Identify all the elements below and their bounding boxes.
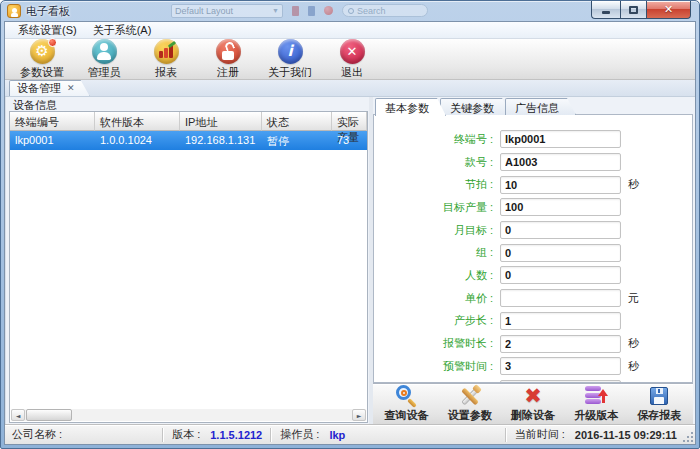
field-target-output: 目标产量 : (374, 196, 692, 219)
chevron-down-icon: ▼ (272, 5, 279, 17)
current-time-value: 2016-11-15 09:29:11 (575, 429, 677, 441)
close-button[interactable]: ✕ (647, 1, 691, 19)
toolbar-button-exit[interactable]: ✕ 退出 (321, 40, 383, 79)
status-separator (270, 428, 272, 442)
exit-x-icon: ✕ (340, 39, 365, 64)
col-terminal-id[interactable]: 终端编号 (10, 112, 95, 131)
set-params-button[interactable]: 设置参数 (439, 385, 501, 423)
tab-basic-params[interactable]: 基本参数 (375, 98, 446, 116)
unit-price-input[interactable] (500, 289, 621, 307)
field-group: 组 : (374, 241, 692, 264)
ghost-flag-icon (292, 6, 299, 16)
document-tab-strip: 设备管理 ✕ (5, 80, 695, 97)
field-unit-price: 单价 : 元 (374, 287, 692, 310)
version-value: 1.1.5.1212 (210, 429, 262, 441)
titlebar-ghost-overlay: Default Layout ▼ Search (171, 3, 428, 18)
col-software-version[interactable]: 软件版本 (95, 112, 180, 131)
device-info-panel: 设备信息 终端编号 软件版本 IP地址 状态 实际产量 lkp0001 1.0.… (5, 97, 369, 424)
minimize-icon (602, 11, 610, 14)
takt-time-input[interactable] (500, 176, 621, 194)
tab-label: 设备管理 (17, 81, 61, 96)
toolbar-button-admin[interactable]: 管理员 (73, 40, 135, 79)
tab-device-management[interactable]: 设备管理 ✕ (9, 80, 90, 96)
status-separator (505, 428, 507, 442)
field-style-number: 款号 : (374, 151, 692, 174)
main-area: 设备信息 终端编号 软件版本 IP地址 状态 实际产量 lkp0001 1.0.… (5, 97, 695, 424)
search-device-icon (395, 385, 419, 407)
ghost-layout-combo: Default Layout ▼ (171, 4, 283, 18)
status-separator (162, 428, 164, 442)
ghost-search-label: Search (357, 6, 386, 16)
warning-time-input[interactable] (500, 357, 621, 375)
toolbar-button-about-us[interactable]: i 关于我们 (259, 40, 321, 79)
monthly-target-input[interactable] (500, 221, 621, 239)
field-monthly-target: 月目标 : (374, 219, 692, 242)
current-time-label: 当前时间 : (515, 427, 565, 442)
tools-icon (458, 385, 482, 407)
person-icon (92, 39, 117, 64)
tab-close-icon[interactable]: ✕ (67, 84, 75, 93)
company-name-label: 公司名称 : (12, 427, 62, 442)
menu-about-system[interactable]: 关于系统(A) (86, 22, 159, 39)
action-bar: 查询设备 设置参数 ✖ 删除设备 (373, 383, 693, 424)
ghost-flag-icon (308, 6, 315, 16)
query-device-button[interactable]: 查询设备 (376, 385, 438, 423)
style-number-input[interactable] (500, 153, 621, 171)
device-table: 终端编号 软件版本 IP地址 状态 实际产量 lkp0001 1.0.0.102… (9, 111, 368, 423)
col-actual-output[interactable]: 实际产量 (332, 112, 367, 131)
tab-key-params[interactable]: 关键参数 (440, 98, 511, 115)
field-takt-time: 节拍 : 秒 (374, 173, 692, 196)
bar-chart-icon (154, 39, 179, 64)
close-icon: ✕ (664, 3, 673, 16)
output-step-input[interactable] (500, 312, 621, 330)
client-area: 系统设置(S) 关于系统(A) ⚙ 参数设置 管理员 (4, 21, 696, 445)
toolbar-button-register[interactable]: 注册 (197, 40, 259, 79)
horizontal-scrollbar[interactable]: ◄ ► (11, 409, 366, 421)
field-terminal-id: 终端号 : (374, 128, 692, 151)
maximize-icon (629, 6, 638, 14)
group-input[interactable] (500, 244, 621, 262)
params-panel: 基本参数 关键参数 广告信息 终端号 : 款号 : (373, 97, 693, 424)
people-count-input[interactable] (500, 266, 621, 284)
device-info-group-title: 设备信息 (6, 97, 369, 111)
unlock-icon (216, 39, 241, 64)
ghost-layout-label: Default Layout (175, 5, 233, 17)
upgrade-version-button[interactable]: 升级版本 (565, 385, 627, 423)
save-report-button[interactable]: 保存报表 (628, 385, 690, 423)
ghost-record-icon (324, 6, 333, 15)
toolbar-button-report[interactable]: 报表 (135, 40, 197, 79)
scroll-left-icon[interactable]: ◄ (11, 409, 25, 421)
delete-device-button[interactable]: ✖ 删除设备 (502, 385, 564, 423)
menu-system-settings[interactable]: 系统设置(S) (11, 22, 84, 39)
info-icon: i (278, 39, 303, 64)
version-label: 版本 : (172, 427, 200, 442)
menu-bar: 系统设置(S) 关于系统(A) (5, 22, 695, 39)
toolbar-button-param-settings[interactable]: ⚙ 参数设置 (11, 40, 73, 79)
title-bar[interactable]: 电子看板 Default Layout ▼ Search ✕ (1, 1, 699, 21)
delete-x-icon: ✖ (521, 385, 545, 407)
tab-ad-info[interactable]: 广告信息 (505, 98, 576, 115)
alarm-duration-input[interactable] (500, 335, 621, 353)
table-header-row: 终端编号 软件版本 IP地址 状态 实际产量 (10, 112, 367, 131)
target-output-input[interactable] (500, 198, 621, 216)
maximize-button[interactable] (620, 1, 647, 19)
notification-badge (48, 38, 57, 47)
gear-icon: ⚙ (30, 39, 55, 64)
upgrade-stack-icon (584, 385, 608, 407)
scroll-right-icon[interactable]: ► (352, 409, 366, 421)
terminal-id-input[interactable] (500, 130, 621, 148)
window-title: 电子看板 (26, 4, 70, 19)
field-people-count: 人数 : (374, 264, 692, 287)
operator-label: 操作员 : (280, 427, 319, 442)
params-form: 终端号 : 款号 : 节拍 : 秒 目标产 (373, 114, 693, 383)
table-row[interactable]: lkp0001 1.0.0.1024 192.168.1.131 暂停 73 (10, 131, 367, 150)
operator-value: lkp (329, 429, 345, 441)
field-warning-time: 预警时间 : 秒 (374, 355, 692, 378)
minimize-button[interactable] (591, 1, 620, 19)
app-icon (7, 4, 21, 18)
col-ip-address[interactable]: IP地址 (180, 112, 262, 131)
col-status[interactable]: 状态 (262, 112, 332, 131)
floppy-save-icon (647, 385, 671, 407)
resize-grip[interactable] (683, 432, 693, 442)
scrollbar-thumb[interactable] (26, 409, 72, 421)
